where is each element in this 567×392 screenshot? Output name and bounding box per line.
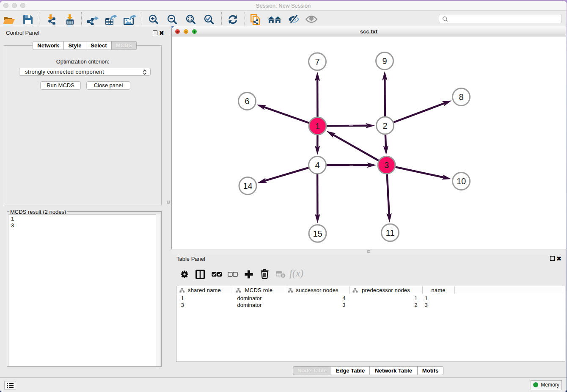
svg-text:14: 14 (243, 181, 252, 190)
svg-text:1: 1 (315, 121, 320, 131)
svg-text:6: 6 (245, 97, 249, 106)
svg-text:f(x): f(x) (289, 268, 303, 279)
svg-text:7: 7 (315, 57, 319, 66)
svg-text:4: 4 (315, 160, 319, 170)
svg-text:8: 8 (459, 92, 463, 102)
svg-text:2: 2 (383, 121, 387, 130)
svg-text:9: 9 (382, 56, 387, 66)
svg-text:15: 15 (313, 229, 322, 238)
svg-text:10: 10 (457, 177, 466, 186)
svg-text:3: 3 (384, 160, 389, 170)
svg-text:11: 11 (386, 228, 395, 237)
